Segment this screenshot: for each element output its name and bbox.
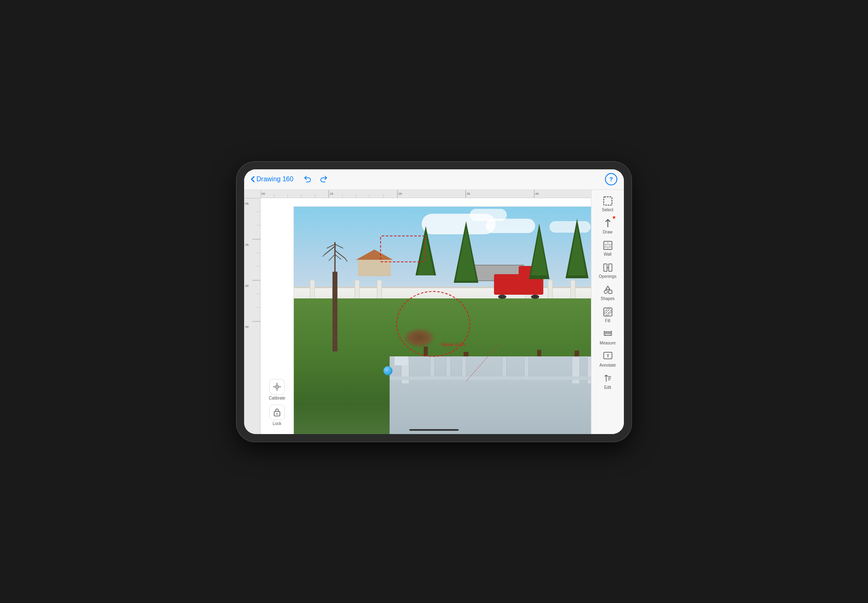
openings-label: Openings	[599, 274, 616, 279]
lock-label: Lock	[272, 421, 281, 426]
draw-dot	[613, 216, 615, 219]
svg-point-55	[604, 290, 607, 293]
svg-line-40	[335, 254, 341, 259]
device-frame: Drawing 160 ?	[237, 162, 631, 441]
evergreen-4	[529, 224, 549, 361]
svg-text:3ft: 3ft	[245, 325, 249, 329]
svg-line-39	[329, 254, 335, 261]
svg-point-82	[277, 386, 278, 387]
edit-label: Edit	[604, 385, 611, 390]
shapes-icon	[603, 284, 613, 295]
tool-fill[interactable]: Fill	[595, 304, 621, 326]
back-button[interactable]: Drawing 160	[251, 176, 293, 183]
annotation-label: Waste drain	[441, 342, 465, 347]
photo-image: Waste drain	[293, 206, 591, 434]
tool-annotate[interactable]: T Annotate	[595, 349, 621, 370]
svg-point-84	[277, 413, 278, 414]
svg-text:1ft: 1ft	[245, 243, 249, 247]
calibrate-icon-wrap	[269, 379, 285, 395]
annotate-label: Annotate	[599, 363, 616, 367]
tool-draw-wrapper: Draw	[595, 215, 621, 237]
svg-text:0ft: 0ft	[261, 192, 265, 196]
svg-rect-57	[604, 308, 612, 316]
screen: Drawing 160 ?	[244, 169, 624, 434]
tool-openings[interactable]: Openings	[595, 260, 621, 281]
header-actions	[302, 173, 330, 185]
ruler-horizontal: 0ft 1ft 2ft 3ft 4ft 5ft	[261, 190, 591, 198]
svg-line-41	[323, 254, 325, 259]
ruler-vertical: 0ft 1ft 2ft 3ft	[244, 198, 261, 434]
svg-rect-56	[609, 290, 612, 293]
redo-button[interactable]	[318, 173, 330, 185]
svg-text:3ft: 3ft	[466, 192, 471, 196]
canvas-area[interactable]: Waste drain	[261, 198, 591, 434]
left-tools: Calibrate Lock	[261, 379, 293, 426]
blue-ball	[383, 366, 392, 375]
select-label: Select	[602, 208, 614, 212]
cloud-3	[470, 209, 507, 221]
svg-line-62	[604, 308, 611, 315]
svg-rect-52	[604, 264, 607, 271]
calibrate-button[interactable]: Calibrate	[269, 379, 285, 400]
dashed-selection	[380, 236, 425, 262]
annotation-circle	[396, 291, 470, 357]
tool-wall[interactable]: Wall	[595, 238, 621, 259]
annotate-icon: T	[603, 351, 613, 362]
ruler-corner	[244, 190, 261, 198]
edit-icon	[603, 373, 613, 384]
home-bar	[409, 429, 459, 431]
help-button[interactable]: ?	[605, 173, 617, 185]
tool-measure[interactable]: Measure	[595, 326, 621, 348]
tool-draw[interactable]: Draw	[595, 215, 621, 237]
calibrate-icon	[272, 382, 282, 391]
bare-tree	[323, 219, 347, 351]
svg-text:2ft: 2ft	[398, 192, 402, 196]
svg-line-36	[335, 250, 345, 259]
lock-icon-wrap	[269, 404, 285, 420]
wall-label: Wall	[604, 252, 612, 256]
lock-button[interactable]: Lock	[269, 404, 285, 426]
measure-label: Measure	[600, 341, 616, 345]
shapes-label: Shapes	[601, 296, 615, 301]
fill-icon	[603, 307, 613, 317]
porch-rail-bg	[390, 356, 591, 434]
header: Drawing 160 ?	[244, 169, 624, 190]
calibrate-label: Calibrate	[269, 396, 285, 400]
measure-icon	[603, 329, 613, 340]
tool-edit[interactable]: Edit	[595, 371, 621, 392]
evergreen-3	[566, 219, 588, 364]
svg-text:1ft: 1ft	[330, 192, 334, 196]
undo-button[interactable]	[302, 173, 313, 185]
right-toolbar: Select Draw	[591, 190, 624, 434]
back-title: Drawing 160	[256, 176, 293, 183]
svg-text:T: T	[607, 353, 609, 358]
svg-text:2ft: 2ft	[245, 284, 249, 288]
svg-line-42	[345, 259, 347, 263]
svg-rect-44	[604, 197, 612, 205]
tool-shapes[interactable]: Shapes	[595, 282, 621, 303]
tool-select[interactable]: Select	[595, 193, 621, 215]
main-area: 0ft 1ft 2ft 3ft 4ft 5ft	[244, 190, 624, 434]
draw-label: Draw	[603, 230, 612, 234]
fill-label: Fill	[605, 319, 610, 323]
openings-icon	[603, 262, 613, 273]
svg-line-35	[325, 246, 335, 254]
svg-rect-53	[609, 264, 612, 271]
svg-line-38	[335, 244, 343, 248]
svg-text:0ft: 0ft	[245, 202, 249, 206]
lock-icon	[273, 408, 281, 417]
svg-text:4ft: 4ft	[535, 192, 539, 196]
wall-icon	[603, 240, 613, 251]
draw-icon	[603, 218, 613, 229]
select-icon	[603, 196, 613, 206]
